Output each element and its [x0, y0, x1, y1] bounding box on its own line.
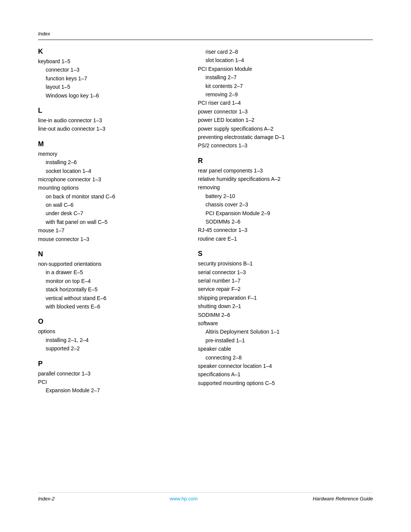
- index-entry: RJ-45 connector 1–3: [198, 226, 342, 234]
- index-entry: installing 2–7: [206, 73, 342, 81]
- section-letter: R: [198, 157, 342, 165]
- index-entry: keyboard 1–5: [38, 57, 183, 66]
- index-section: Pparallel connector 1–3PCIExpansion Modu…: [38, 360, 183, 395]
- index-entry: in a drawer E–5: [46, 268, 183, 276]
- index-entry: power supply specifications A–2: [198, 125, 342, 133]
- index-entry: removing 2–9: [206, 90, 342, 99]
- index-entry: pre-installed 1–1: [206, 336, 342, 345]
- index-entry: non-supported orientations: [38, 260, 183, 268]
- index-entry: connector 1–3: [46, 66, 183, 74]
- index-entry: stack horizontally E–5: [46, 285, 183, 294]
- index-section: riser card 2–8slot location 1–4PCI Expan…: [198, 48, 342, 150]
- index-entry: PCI Expansion Module 2–9: [206, 209, 342, 217]
- index-entry: security provisions B–1: [198, 259, 342, 268]
- index-entry: shipping preparation F–1: [198, 294, 342, 302]
- index-entry: options: [38, 327, 183, 335]
- index-section: Ooptionsinstalling 2–1, 2–4supported 2–2: [38, 318, 183, 353]
- index-entry: vertical without stand E–6: [46, 294, 183, 302]
- index-entry: PCI riser card 1–4: [198, 99, 342, 107]
- index-entry: layout 1–5: [46, 83, 183, 91]
- index-entry: mounting options: [38, 184, 183, 192]
- index-entry: relative humidity specifications A–2: [198, 175, 342, 183]
- footer-center: www.hp.com: [170, 496, 198, 502]
- section-letter: K: [38, 48, 183, 56]
- index-entry: removing: [198, 183, 342, 192]
- index-entry: chassis cover 2–3: [206, 200, 342, 209]
- index-entry: installing 2–6: [46, 158, 183, 166]
- page-header: Index: [38, 30, 373, 40]
- footer-left: Index-2: [38, 496, 54, 502]
- section-letter: S: [198, 250, 342, 258]
- index-entry: supported 2–2: [46, 344, 183, 353]
- index-entry: power LED location 1–2: [198, 116, 342, 124]
- index-entry: Expansion Module 2–7: [46, 386, 183, 395]
- index-entry: microphone connector 1–3: [38, 175, 183, 184]
- index-entry: speaker cable: [198, 345, 342, 353]
- index-entry: routine care E–1: [198, 235, 342, 243]
- index-section: Rrear panel components 1–3relative humid…: [198, 157, 342, 243]
- index-entry: under desk C–7: [46, 209, 183, 217]
- index-entry: battery 2–10: [206, 192, 342, 200]
- section-letter: M: [38, 140, 183, 148]
- section-letter: L: [38, 107, 183, 115]
- index-section: Ssecurity provisions B–1serial connector…: [198, 250, 342, 387]
- index-entry: parallel connector 1–3: [38, 369, 183, 378]
- index-entry: slot location 1–4: [206, 56, 342, 64]
- page-footer: Index-2 www.hp.com Hardware Reference Gu…: [38, 492, 373, 502]
- index-entry: service repair F–2: [198, 285, 342, 293]
- index-section: Lline-in audio connector 1–3line-out aud…: [38, 107, 183, 133]
- index-entry: connecting 2–8: [206, 353, 342, 362]
- index-entry: specifications A–1: [198, 370, 342, 379]
- index-entry: SODIMM 2–6: [198, 311, 342, 319]
- index-entry: software: [198, 319, 342, 328]
- index-entry: serial number 1–7: [198, 276, 342, 285]
- index-entry: on wall C–6: [46, 201, 183, 209]
- content-columns: Kkeyboard 1–5connector 1–3function keys …: [38, 48, 373, 481]
- index-entry: PS/2 connectors 1–3: [198, 141, 342, 150]
- index-entry: preventing electrostatic damage D–1: [198, 133, 342, 141]
- index-section: Mmemoryinstalling 2–6socket location 1–4…: [38, 140, 183, 243]
- index-entry: line-in audio connector 1–3: [38, 116, 183, 125]
- index-entry: installing 2–1, 2–4: [46, 336, 183, 344]
- index-entry: PCI Expansion Module: [198, 65, 342, 73]
- index-entry: riser card 2–8: [206, 48, 342, 56]
- index-entry: on back of monitor stand C–6: [46, 192, 183, 201]
- index-entry: speaker connector location 1–4: [198, 362, 342, 370]
- index-entry: PCI: [38, 378, 183, 386]
- index-entry: rear panel components 1–3: [198, 166, 342, 175]
- index-entry: with blocked vents E–6: [46, 302, 183, 311]
- section-letter: N: [38, 250, 183, 258]
- index-entry: serial connector 1–3: [198, 268, 342, 276]
- index-entry: function keys 1–7: [46, 74, 183, 83]
- index-section: Nnon-supported orientationsin a drawer E…: [38, 250, 183, 311]
- index-entry: line-out audio connector 1–3: [38, 125, 183, 133]
- index-entry: monitor on top E–4: [46, 277, 183, 285]
- section-letter: O: [38, 318, 183, 326]
- index-entry: SODIMMs 2–6: [206, 217, 342, 226]
- index-entry: mouse 1–7: [38, 226, 183, 235]
- header-label: Index: [38, 31, 50, 37]
- index-entry: power connector 1–3: [198, 107, 342, 116]
- index-entry: socket location 1–4: [46, 167, 183, 175]
- index-entry: with flat panel on wall C–5: [46, 218, 183, 226]
- index-entry: memory: [38, 150, 183, 158]
- index-entry: shutting down 2–1: [198, 302, 342, 310]
- page-container: Index Kkeyboard 1–5connector 1–3function…: [0, 0, 411, 532]
- index-entry: Altiris Deployment Solution 1–1: [206, 328, 342, 336]
- left-column: Kkeyboard 1–5connector 1–3function keys …: [38, 48, 183, 481]
- index-entry: Windows logo key 1–6: [46, 91, 183, 100]
- index-entry: supported mounting options C–5: [198, 379, 342, 387]
- index-section: Kkeyboard 1–5connector 1–3function keys …: [38, 48, 183, 100]
- footer-right: Hardware Reference Guide: [313, 496, 373, 502]
- index-entry: kit contents 2–7: [206, 82, 342, 90]
- index-entry: mouse connector 1–3: [38, 235, 183, 243]
- right-column: riser card 2–8slot location 1–4PCI Expan…: [198, 48, 342, 481]
- section-letter: P: [38, 360, 183, 368]
